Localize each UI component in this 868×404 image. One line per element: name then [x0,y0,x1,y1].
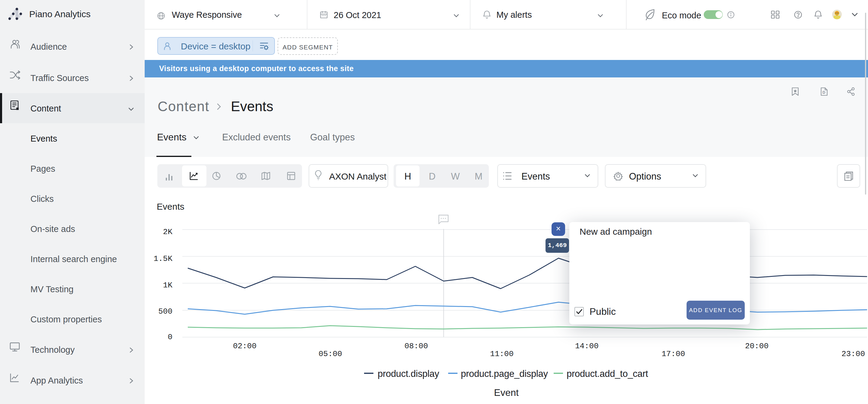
svg-text:11:00: 11:00 [490,349,514,359]
svg-text:0: 0 [167,333,173,342]
svg-text:20:00: 20:00 [745,342,769,351]
svg-text:14:00: 14:00 [575,342,598,351]
svg-text:02:00: 02:00 [233,342,256,351]
svg-text:D: D [823,90,825,95]
svg-text:17:00: 17:00 [661,349,685,359]
svg-text:05:00: 05:00 [318,349,342,359]
svg-text:2K: 2K [163,227,173,237]
svg-text:08:00: 08:00 [404,342,428,351]
svg-text:1K: 1K [163,281,173,290]
svg-text:500: 500 [158,307,173,316]
svg-text:23:00: 23:00 [841,349,865,359]
svg-text:1.5K: 1.5K [154,254,173,263]
